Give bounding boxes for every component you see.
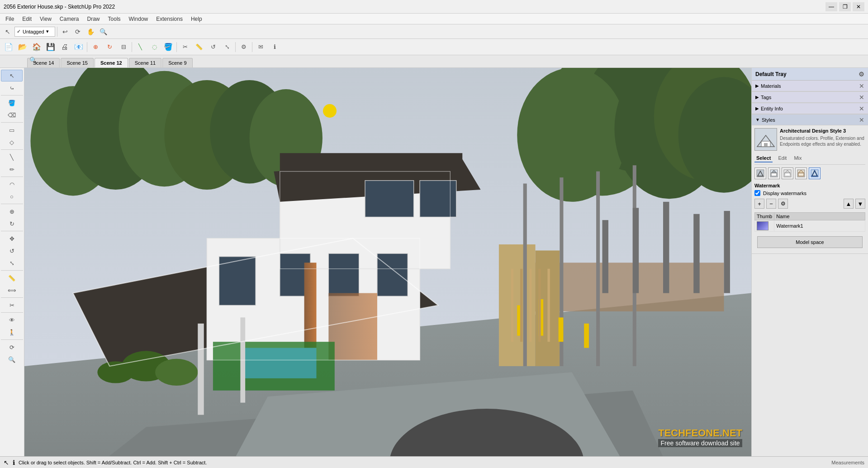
styles-tab-edit[interactable]: Edit: [776, 154, 788, 162]
tray-close-btn[interactable]: ⚙: [859, 71, 864, 78]
entity-info-close[interactable]: ✕: [859, 105, 864, 112]
section-plane-left-btn[interactable]: ✂: [1, 299, 23, 311]
save-btn[interactable]: 💾: [44, 40, 57, 54]
viewport[interactable]: TECHFEONE.NET Free software download sit…: [24, 68, 751, 456]
rectangle-btn[interactable]: ▭: [1, 124, 23, 136]
svg-rect-57: [724, 211, 730, 293]
line-btn[interactable]: ╲: [133, 40, 147, 54]
menu-draw[interactable]: Draw: [84, 15, 104, 23]
email-btn[interactable]: 📧: [72, 40, 85, 54]
tag-selector[interactable]: ✓ Untagged ▾: [14, 27, 55, 37]
remove-watermark-btn[interactable]: −: [766, 199, 776, 209]
style-icon-2[interactable]: [768, 167, 780, 179]
look-around-btn[interactable]: 👁: [1, 314, 23, 326]
menu-camera[interactable]: Camera: [56, 15, 83, 23]
styles-header[interactable]: ▼ Styles ✕: [752, 115, 868, 125]
status-info-icon[interactable]: ℹ: [13, 459, 15, 466]
push-pull-left-btn[interactable]: ⊕: [1, 205, 23, 217]
nav-back-btn[interactable]: ↩: [59, 26, 71, 38]
section-plane-btn[interactable]: ✂: [178, 40, 192, 54]
circle-btn[interactable]: ○: [1, 191, 23, 202]
paint-btn[interactable]: 🪣: [161, 40, 175, 54]
watermark-down-btn[interactable]: ▼: [855, 199, 865, 209]
arc-btn[interactable]: ◌: [147, 40, 161, 54]
close-button[interactable]: ✕: [853, 2, 864, 11]
add-watermark-btn[interactable]: +: [754, 199, 764, 209]
entity-info-header[interactable]: ▶ Entity Info ✕: [752, 103, 868, 114]
display-watermarks-checkbox[interactable]: [754, 190, 760, 196]
menu-view[interactable]: View: [36, 15, 55, 23]
push-pull-btn[interactable]: ⊕: [89, 40, 102, 54]
arrow-select-btn[interactable]: ↖: [1, 70, 23, 81]
status-arrow-icon[interactable]: ↖: [4, 459, 9, 466]
minimize-button[interactable]: —: [825, 2, 837, 11]
zoom-left-btn[interactable]: 🔍: [1, 353, 23, 365]
model-space-btn[interactable]: Model space: [757, 236, 863, 248]
eraser-btn[interactable]: ⌫: [1, 109, 23, 121]
materials-header[interactable]: ▶ Materials ✕: [752, 81, 868, 91]
follow-me-btn[interactable]: ↻: [103, 40, 116, 54]
walk-btn[interactable]: 🚶: [1, 326, 23, 338]
paint-bucket-btn[interactable]: 🪣: [1, 97, 23, 109]
watermark-settings-btn[interactable]: ⚙: [778, 199, 788, 209]
scale-left-btn[interactable]: ⤡: [1, 257, 23, 269]
style-icon-1[interactable]: [754, 167, 766, 179]
offset-btn[interactable]: ⊟: [117, 40, 130, 54]
move-btn[interactable]: ✥: [1, 233, 23, 244]
title-bar: 2056 Exterior House.skp - SketchUp Pro 2…: [0, 0, 868, 14]
tags-close[interactable]: ✕: [859, 94, 864, 101]
pan-btn[interactable]: ✋: [85, 26, 96, 38]
line-tool-btn[interactable]: ╲: [1, 151, 23, 163]
select-tool-btn[interactable]: ↖: [2, 26, 14, 38]
maximize-button[interactable]: ❐: [839, 2, 851, 11]
scene-tab-11[interactable]: Scene 11: [129, 58, 161, 67]
menu-edit[interactable]: Edit: [19, 15, 35, 23]
lt-sep8: [1, 297, 23, 298]
open-btn[interactable]: 📂: [16, 40, 29, 54]
styles-tab-mix[interactable]: Mix: [792, 154, 803, 162]
menu-extensions[interactable]: Extensions: [152, 15, 186, 23]
dimension-btn[interactable]: ⟺: [1, 284, 23, 296]
print-btn[interactable]: 🖨: [58, 40, 71, 54]
menu-window[interactable]: Window: [125, 15, 152, 23]
orbit-left-btn[interactable]: ⟳: [1, 341, 23, 353]
scene-tab-12[interactable]: Scene 12: [95, 58, 128, 67]
tags-header[interactable]: ▶ Tags ✕: [752, 92, 868, 103]
search-scenes-btn[interactable]: 🔍: [28, 55, 38, 65]
styles-close[interactable]: ✕: [859, 116, 864, 124]
default-tray-header[interactable]: Default Tray ⚙: [752, 68, 868, 81]
home-btn[interactable]: 🏠: [30, 40, 43, 54]
arc-tool-btn[interactable]: ◠: [1, 178, 23, 190]
follow-me-left-btn[interactable]: ↻: [1, 218, 23, 229]
mail-btn[interactable]: ✉: [254, 40, 267, 54]
menu-tools[interactable]: Tools: [104, 15, 124, 23]
svg-rect-61: [755, 129, 777, 150]
tray-title: Default Tray: [755, 71, 787, 77]
rotate-btn[interactable]: ↺: [206, 40, 220, 54]
freehand-btn[interactable]: ✏: [1, 163, 23, 175]
scene-tab-9[interactable]: Scene 9: [162, 58, 192, 67]
watermark-row-1[interactable]: Watermark1: [755, 220, 865, 232]
style-icon-4[interactable]: [795, 167, 807, 179]
svg-rect-39: [584, 324, 589, 348]
tape-btn[interactable]: 📏: [192, 40, 206, 54]
tape-measure-btn[interactable]: 📏: [1, 272, 23, 284]
orbit-btn[interactable]: ⟳: [72, 26, 84, 38]
lt-sep2: [1, 122, 23, 123]
styles-tab-select[interactable]: Select: [754, 154, 773, 162]
style-icon-5[interactable]: [809, 167, 821, 179]
scale-btn[interactable]: ⤡: [220, 40, 234, 54]
style-icon-3[interactable]: [782, 167, 793, 179]
watermark-up-btn[interactable]: ▲: [844, 199, 854, 209]
scene-tab-15[interactable]: Scene 15: [61, 58, 93, 67]
lasso-select-btn[interactable]: ⤿: [1, 82, 23, 94]
info-btn[interactable]: ℹ: [268, 40, 281, 54]
materials-close[interactable]: ✕: [859, 82, 864, 90]
menu-file[interactable]: File: [2, 15, 18, 23]
zoom-btn[interactable]: 🔍: [97, 26, 109, 38]
menu-help[interactable]: Help: [187, 15, 206, 23]
settings-tool-btn[interactable]: ⚙: [237, 40, 251, 54]
rotated-rect-btn[interactable]: ◇: [1, 136, 23, 148]
new-btn[interactable]: 📄: [2, 40, 15, 54]
rotate-left-btn[interactable]: ↺: [1, 245, 23, 257]
